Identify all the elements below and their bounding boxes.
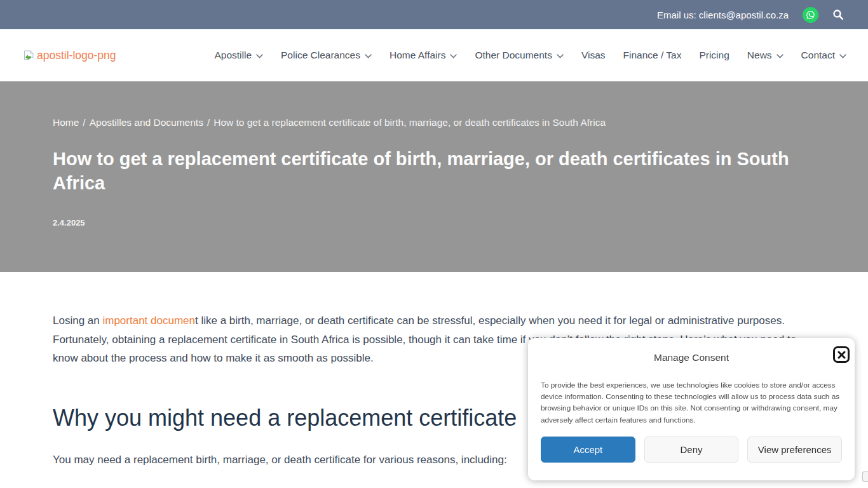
broken-image-icon — [23, 50, 35, 62]
nav-label: News — [747, 50, 772, 61]
breadcrumb-separator: / — [83, 117, 85, 128]
logo-alt-text: apostil-logo-png — [37, 49, 116, 62]
view-preferences-button[interactable]: View preferences — [747, 437, 842, 463]
nav-label: Finance / Tax — [623, 50, 682, 61]
nav-label: Visas — [581, 50, 606, 61]
consent-dialog-title: Manage Consent — [541, 352, 842, 363]
search-icon[interactable] — [832, 9, 844, 20]
nav-item-apostille[interactable]: Apostille — [214, 50, 263, 61]
breadcrumb-category-link[interactable]: Apostilles and Documents — [90, 117, 203, 128]
breadcrumb-home-link[interactable]: Home — [53, 117, 79, 128]
nav-item-visas[interactable]: Visas — [581, 50, 606, 61]
nav-item-other-documents[interactable]: Other Documents — [475, 50, 563, 61]
reasons-list: Lost, stolen, or damaged original docume… — [53, 484, 815, 488]
accept-button[interactable]: Accept — [541, 437, 635, 463]
consent-dialog-text: To provide the best experiences, we use … — [541, 379, 842, 426]
chevron-down-icon — [450, 54, 457, 58]
nav-item-news[interactable]: News — [747, 50, 783, 61]
chevron-down-icon — [557, 54, 564, 58]
close-icon[interactable] — [833, 346, 850, 363]
important-document-link[interactable]: important documen — [102, 315, 195, 327]
deny-button[interactable]: Deny — [644, 437, 739, 463]
breadcrumb: Home/Apostilles and Documents/How to get… — [53, 117, 815, 128]
hero-banner: Home/Apostilles and Documents/How to get… — [0, 81, 868, 272]
chevron-down-icon — [256, 54, 263, 58]
search-glyph — [832, 9, 844, 20]
topbar: Email us: clients@apostil.co.za — [0, 0, 868, 29]
nav-item-contact[interactable]: Contact — [801, 50, 846, 61]
nav-item-home-affairs[interactable]: Home Affairs — [390, 50, 457, 61]
email-link[interactable]: Email us: clients@apostil.co.za — [657, 10, 789, 20]
nav-label: Home Affairs — [390, 50, 445, 61]
close-x-glyph — [837, 351, 846, 359]
whatsapp-glyph — [806, 10, 815, 20]
nav-label: Pricing — [699, 50, 729, 61]
main-nav: Apostille Police Clearances Home Affairs… — [214, 50, 846, 61]
nav-item-pricing[interactable]: Pricing — [699, 50, 729, 61]
whatsapp-icon[interactable] — [803, 7, 818, 23]
nav-item-finance-tax[interactable]: Finance / Tax — [623, 50, 682, 61]
intro-text-pre: Losing an — [53, 315, 102, 327]
nav-label: Police Clearances — [281, 50, 360, 61]
nav-label: Apostille — [214, 50, 252, 61]
chevron-down-icon — [776, 54, 783, 58]
breadcrumb-separator: / — [207, 117, 210, 128]
breadcrumb-current: How to get a replacement certificate of … — [214, 117, 606, 128]
list-item: Lost, stolen, or damaged original docume… — [72, 484, 815, 488]
chevron-down-icon — [839, 54, 846, 58]
consent-actions: Accept Deny View preferences — [541, 437, 842, 463]
nav-label: Contact — [801, 50, 835, 61]
post-date: 2.4.2025 — [53, 218, 815, 227]
nav-label: Other Documents — [475, 50, 552, 61]
consent-dialog: Manage Consent To provide the best exper… — [528, 338, 855, 480]
recaptcha-badge-fragment — [862, 471, 868, 482]
nav-item-police-clearances[interactable]: Police Clearances — [281, 50, 372, 61]
logo-link[interactable]: apostil-logo-png — [23, 49, 116, 62]
site-header: apostil-logo-png Apostille Police Cleara… — [0, 29, 868, 81]
nav-list: Apostille Police Clearances Home Affairs… — [214, 50, 846, 61]
page-title: How to get a replacement certificate of … — [53, 147, 809, 195]
chevron-down-icon — [365, 54, 372, 58]
